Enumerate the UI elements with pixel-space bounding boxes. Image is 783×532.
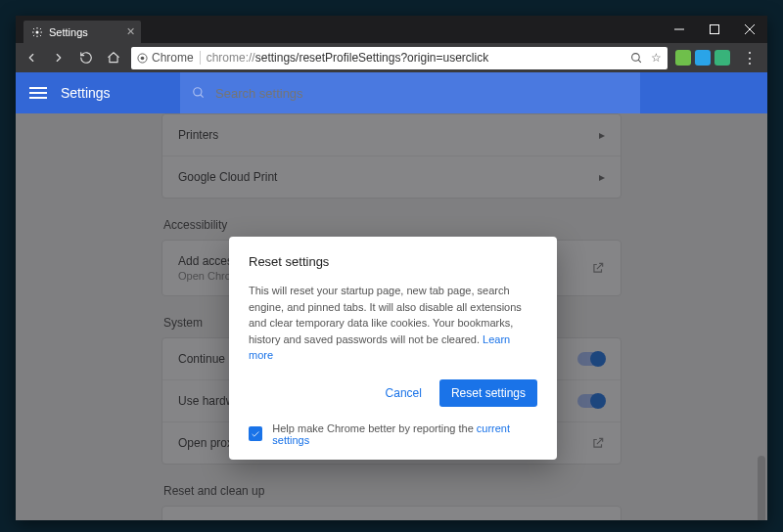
settings-search-input[interactable] (215, 86, 628, 101)
maximize-button[interactable] (697, 16, 732, 43)
browser-menu-button[interactable]: ⋮ (738, 49, 761, 67)
settings-content: Printers▸ Google Cloud Print▸ Accessibil… (16, 113, 767, 520)
browser-window: Settings ✕ Chrome chrome://settings/rese… (16, 16, 767, 520)
hamburger-menu-button[interactable] (29, 84, 47, 102)
url-text: chrome://settings/resetProfileSettings?o… (207, 51, 488, 65)
extension-icon[interactable] (714, 50, 730, 66)
close-tab-icon[interactable]: ✕ (126, 25, 135, 38)
toolbar: Chrome chrome://settings/resetProfileSet… (16, 43, 767, 72)
svg-point-9 (194, 88, 202, 96)
reset-settings-button[interactable]: Reset settings (439, 379, 537, 407)
dialog-footer: Help make Chrome better by reporting the… (249, 422, 537, 446)
forward-button[interactable] (49, 48, 69, 67)
browser-tab[interactable]: Settings ✕ (23, 21, 141, 43)
search-icon (192, 86, 206, 100)
appbar-title: Settings (61, 85, 111, 101)
chrome-icon (137, 53, 148, 64)
home-button[interactable] (104, 48, 123, 67)
back-button[interactable] (22, 48, 41, 67)
svg-line-10 (201, 95, 204, 98)
help-checkbox[interactable] (249, 426, 262, 441)
dialog-title: Reset settings (249, 254, 537, 269)
svg-point-7 (632, 53, 640, 61)
tab-title: Settings (49, 26, 88, 38)
omnibox[interactable]: Chrome chrome://settings/resetProfileSet… (131, 47, 668, 69)
extensions-area (675, 50, 730, 66)
security-label: Chrome (137, 51, 201, 65)
dialog-actions: Cancel Reset settings (249, 379, 537, 407)
svg-point-0 (36, 30, 39, 33)
svg-rect-2 (711, 25, 719, 34)
dialog-body: This will reset your startup page, new t… (249, 283, 537, 364)
settings-search[interactable] (180, 72, 640, 113)
search-icon[interactable] (630, 52, 643, 65)
cancel-button[interactable]: Cancel (378, 379, 430, 407)
close-window-button[interactable] (732, 16, 767, 43)
svg-point-6 (141, 56, 145, 60)
settings-appbar: Settings (16, 72, 767, 113)
window-controls (662, 16, 767, 43)
extension-icon[interactable] (695, 50, 711, 66)
extension-icon[interactable] (675, 50, 691, 66)
titlebar: Settings ✕ (16, 16, 767, 43)
reload-button[interactable] (76, 48, 96, 67)
reset-settings-dialog: Reset settings This will reset your star… (229, 237, 557, 460)
svg-line-8 (638, 60, 641, 63)
bookmark-star-icon[interactable]: ☆ (651, 51, 662, 65)
minimize-button[interactable] (662, 16, 697, 43)
gear-icon (31, 26, 43, 38)
